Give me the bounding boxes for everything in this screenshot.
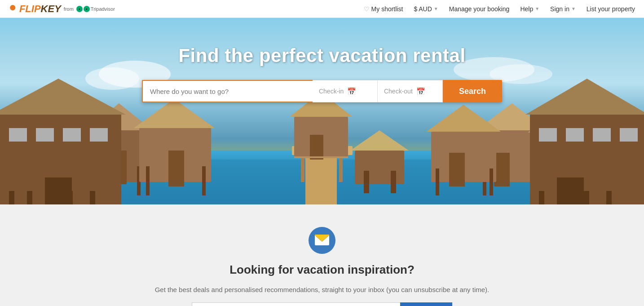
logo-dot-icon: ●	[9, 0, 17, 14]
shortlist-label: My shortlist	[371, 5, 403, 13]
svg-rect-73	[355, 151, 404, 184]
list-property-nav-item[interactable]: List your property	[587, 5, 635, 13]
checkout-calendar-icon: 📅	[416, 87, 425, 96]
search-bar: Check-in 📅 Check-out 📅 Search	[142, 80, 502, 102]
svg-rect-68	[490, 169, 493, 195]
hero-content: Find the perfect vacation rental Check-i…	[0, 18, 644, 102]
svg-marker-27	[134, 99, 215, 128]
svg-rect-63	[606, 191, 612, 204]
bottom-section: Looking for vacation inspiration? Get th…	[0, 204, 644, 306]
header-nav: ♡ My shortlist $ AUD ▼ Manage your booki…	[364, 5, 635, 13]
svg-marker-65	[427, 105, 501, 132]
svg-rect-7	[301, 155, 304, 182]
join-button[interactable]: Join us	[400, 302, 452, 306]
checkin-calendar-icon: 📅	[347, 87, 356, 96]
svg-rect-33	[9, 128, 27, 142]
signin-chevron-icon: ▼	[571, 6, 576, 11]
logo-text: FLIPKEY	[19, 3, 61, 15]
svg-marker-74	[350, 130, 409, 151]
svg-rect-42	[90, 191, 95, 204]
svg-rect-59	[557, 177, 584, 204]
sign-in-label: Sign in	[550, 5, 569, 13]
svg-rect-58	[620, 128, 638, 142]
svg-rect-55	[539, 128, 557, 142]
search-button[interactable]: Search	[443, 80, 502, 102]
svg-rect-38	[9, 191, 14, 204]
email-icon	[315, 235, 329, 246]
checkout-label: Check-out	[384, 88, 413, 95]
svg-rect-36	[90, 128, 108, 142]
hero-section: Find the perfect vacation rental Check-i…	[0, 18, 644, 204]
heart-icon: ♡	[364, 5, 370, 13]
help-nav-item[interactable]: Help ▼	[520, 5, 539, 13]
svg-rect-35	[63, 128, 81, 142]
svg-rect-29	[146, 166, 150, 195]
checkout-picker[interactable]: Check-out 📅	[378, 80, 443, 102]
manage-booking-label: Manage your booking	[449, 5, 510, 13]
currency-label: $ AUD	[414, 5, 432, 13]
checkin-picker[interactable]: Check-in 📅	[313, 80, 378, 102]
svg-rect-39	[27, 191, 32, 204]
svg-rect-66	[449, 153, 465, 186]
svg-rect-28	[168, 151, 184, 186]
shortlist-nav-item[interactable]: ♡ My shortlist	[364, 5, 403, 13]
logo-from-text: from	[64, 6, 74, 12]
svg-rect-75	[364, 171, 369, 193]
tripadvisor-text: Tripadvisor	[91, 6, 115, 12]
bottom-subtitle: Get the best deals and personalised reco…	[155, 286, 490, 293]
svg-rect-56	[566, 128, 584, 142]
svg-rect-34	[36, 128, 54, 142]
currency-chevron-icon: ▼	[434, 6, 438, 11]
manage-booking-nav-item[interactable]: Manage your booking	[449, 5, 510, 13]
list-property-label: List your property	[587, 5, 635, 13]
hero-title: Find the perfect vacation rental	[178, 45, 465, 67]
svg-rect-8	[339, 155, 343, 182]
svg-rect-62	[584, 191, 589, 204]
header: ● FLIPKEY from Tripadvisor ♡ My shortlis…	[0, 0, 644, 18]
sign-in-nav-item[interactable]: Sign in ▼	[550, 5, 576, 13]
svg-rect-57	[593, 128, 611, 142]
tripadvisor-eyes-icon	[76, 6, 90, 12]
svg-rect-41	[67, 191, 73, 204]
svg-rect-61	[561, 191, 567, 204]
svg-rect-71	[310, 135, 323, 160]
help-chevron-icon: ▼	[535, 6, 539, 11]
email-icon-circle	[309, 227, 335, 254]
svg-rect-60	[539, 191, 544, 204]
tripadvisor-logo: Tripadvisor	[76, 6, 115, 12]
svg-rect-76	[391, 171, 396, 193]
destination-input[interactable]	[142, 80, 313, 102]
svg-rect-45	[494, 153, 510, 186]
help-label: Help	[520, 5, 533, 13]
email-signup-row: Join us	[192, 302, 452, 306]
email-input[interactable]	[192, 302, 400, 306]
svg-rect-67	[436, 169, 439, 195]
svg-rect-40	[45, 191, 50, 204]
checkin-label: Check-in	[319, 88, 344, 95]
bottom-title: Looking for vacation inspiration?	[229, 263, 415, 277]
logo[interactable]: ● FLIPKEY from Tripadvisor	[9, 2, 115, 16]
svg-rect-30	[202, 166, 206, 195]
currency-nav-item[interactable]: $ AUD ▼	[414, 5, 438, 13]
